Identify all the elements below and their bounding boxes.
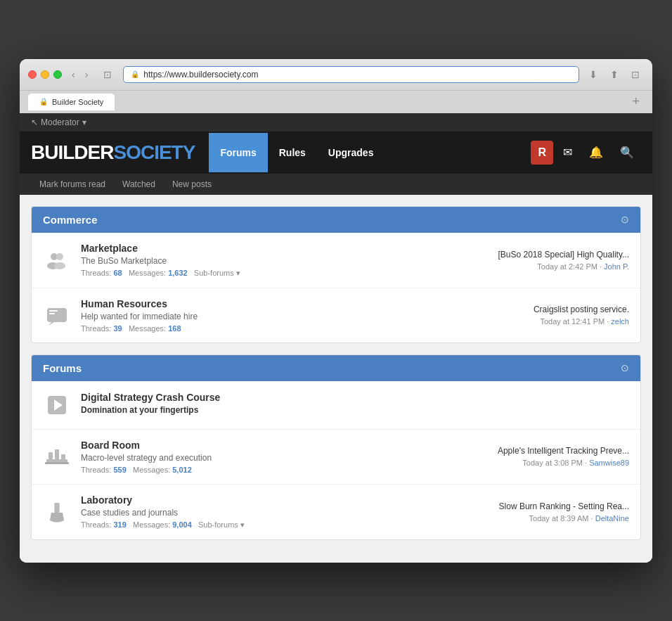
svg-rect-11 — [49, 452, 53, 459]
nav-links: Forums Rules Upgrades — [209, 133, 531, 172]
marketplace-desc: The BuSo Marketplace — [81, 256, 479, 266]
laboratory-name[interactable]: Laboratory — [81, 494, 479, 506]
marketplace-subforums[interactable]: Sub-forums ▾ — [194, 269, 240, 277]
marketplace-info: Marketplace The BuSo Marketplace Threads… — [81, 243, 479, 278]
board-room-messages: 5,012 — [172, 466, 192, 474]
sub-nav: Mark forums read Watched New posts — [20, 174, 652, 195]
marketplace-latest: [BuSo 2018 Special] High Quality... Toda… — [489, 250, 629, 271]
bell-icon: 🔔 — [589, 146, 603, 159]
logo: BUILDERSOCIETY — [31, 141, 195, 163]
download-button[interactable]: ⬇ — [585, 68, 602, 82]
svg-rect-6 — [49, 313, 55, 314]
human-resources-info: Human Resources Help wanted for immediat… — [81, 298, 479, 333]
laboratory-stats: Threads: 319 Messages: 9,004 Sub-forums … — [81, 520, 479, 530]
watched-link[interactable]: Watched — [114, 174, 164, 195]
laboratory-desc: Case studies and journals — [81, 508, 479, 518]
dscc-name[interactable]: Digital Strategy Crash Course — [81, 392, 479, 403]
back-button[interactable]: ‹ — [67, 68, 79, 82]
site-logo[interactable]: BUILDERSOCIETY — [31, 132, 195, 174]
url-bar[interactable]: 🔒 https://www.buildersociety.com — [123, 66, 579, 83]
human-resources-threads: 39 — [113, 324, 122, 333]
nav-forums[interactable]: Forums — [209, 133, 267, 172]
moderator-dropdown-icon: ▾ — [82, 117, 86, 127]
new-tab-button[interactable]: + — [628, 93, 644, 110]
r-icon: R — [538, 146, 546, 159]
nav-rules[interactable]: Rules — [268, 133, 317, 172]
board-room-info: Board Room Macro-level strategy and exec… — [81, 440, 479, 474]
tab-title: Builder Society — [52, 98, 103, 106]
laboratory-row: Laboratory Case studies and journals Thr… — [32, 485, 640, 539]
svg-rect-10 — [46, 459, 67, 462]
laboratory-latest-author[interactable]: DeltaNine — [595, 514, 629, 523]
moderator-arrow-icon: ↖ — [31, 117, 38, 127]
commerce-section: Commerce ⊙ Marketplace — [31, 206, 641, 343]
forums-section-header: Forums ⊙ — [32, 355, 640, 381]
marketplace-latest-author[interactable]: John P. — [604, 262, 629, 271]
marketplace-messages: 1,632 — [168, 269, 188, 277]
minimize-button[interactable] — [41, 70, 49, 79]
moderator-link[interactable]: ↖ Moderator ▾ — [31, 117, 86, 127]
laboratory-latest-meta: Today at 8:39 AM · DeltaNine — [489, 514, 629, 523]
laboratory-info: Laboratory Case studies and journals Thr… — [81, 494, 479, 530]
human-resources-desc: Help wanted for immediate hire — [81, 312, 479, 321]
mark-forums-read-link[interactable]: Mark forums read — [31, 174, 114, 195]
human-resources-row: Human Resources Help wanted for immediat… — [32, 288, 640, 342]
dscc-info: Digital Strategy Crash Course Domination… — [81, 392, 479, 418]
board-room-row: Board Room Macro-level strategy and exec… — [32, 430, 640, 485]
board-room-latest-title[interactable]: Apple's Intelligent Tracking Preve... — [489, 446, 629, 456]
marketplace-threads: 68 — [113, 269, 122, 277]
forums-toggle[interactable]: ⊙ — [621, 362, 629, 373]
laboratory-latest-title[interactable]: Slow Burn Ranking - Setting Rea... — [489, 501, 629, 511]
browser-window: ‹ › ⊡ 🔒 https://www.buildersociety.com ⬇… — [20, 59, 652, 563]
laboratory-messages: 9,004 — [172, 520, 192, 529]
marketplace-name[interactable]: Marketplace — [81, 243, 479, 254]
laboratory-subforums[interactable]: Sub-forums ▾ — [198, 520, 245, 529]
maximize-button[interactable] — [53, 70, 62, 79]
laboratory-threads: 319 — [113, 520, 126, 529]
svg-rect-14 — [45, 462, 69, 464]
view-tab-button[interactable]: ⊡ — [98, 68, 117, 82]
close-button[interactable] — [28, 70, 37, 79]
logo-builder: BUILDER — [31, 141, 113, 163]
dscc-row: Digital Strategy Crash Course Domination… — [32, 381, 640, 430]
board-room-latest: Apple's Intelligent Tracking Preve... To… — [489, 446, 629, 467]
board-room-name[interactable]: Board Room — [81, 440, 479, 451]
commerce-section-header: Commerce ⊙ — [32, 207, 640, 233]
logo-society: SOCIETY — [113, 141, 195, 163]
tab-site-icon: 🔒 — [39, 98, 48, 105]
browser-titlebar: ‹ › ⊡ 🔒 https://www.buildersociety.com ⬇… — [20, 59, 652, 91]
board-room-icon — [43, 442, 71, 470]
nav-icons: R ✉ 🔔 🔍 — [531, 140, 641, 165]
notifications-button[interactable]: 🔔 — [582, 140, 610, 165]
traffic-lights — [28, 70, 62, 79]
lock-icon: 🔒 — [131, 70, 139, 78]
human-resources-icon — [43, 301, 71, 329]
browser-tab[interactable]: 🔒 Builder Society — [28, 94, 115, 110]
marketplace-stats: Threads: 68 Messages: 1,632 Sub-forums ▾ — [81, 269, 479, 278]
forums-section: Forums ⊙ Digital Strategy Crash Course D… — [31, 354, 641, 540]
browser-actions: ⬇ ⬆ ⊡ — [585, 68, 644, 82]
nav-upgrades[interactable]: Upgrades — [317, 133, 385, 172]
human-resources-latest-title[interactable]: Craigslist posting service. — [489, 305, 629, 314]
commerce-toggle[interactable]: ⊙ — [621, 214, 629, 225]
nav-buttons: ‹ › — [67, 68, 92, 82]
site-content: ↖ Moderator ▾ BUILDERSOCIETY Forums Rule… — [20, 113, 652, 563]
fullscreen-button[interactable]: ⊡ — [627, 68, 644, 82]
laboratory-icon — [43, 498, 71, 526]
messages-button[interactable]: ✉ — [556, 140, 579, 165]
forward-button[interactable]: › — [81, 68, 93, 82]
share-button[interactable]: ⬆ — [606, 68, 623, 82]
svg-marker-7 — [49, 322, 54, 326]
new-posts-link[interactable]: New posts — [164, 174, 220, 195]
search-button[interactable]: 🔍 — [613, 140, 641, 165]
url-text: https://www.buildersociety.com — [143, 70, 258, 79]
r-icon-button[interactable]: R — [531, 141, 553, 165]
dscc-icon — [43, 391, 71, 419]
marketplace-latest-title[interactable]: [BuSo 2018 Special] High Quality... — [489, 250, 629, 260]
human-resources-name[interactable]: Human Resources — [81, 298, 479, 309]
board-room-desc: Macro-level strategy and execution — [81, 453, 479, 463]
human-resources-latest-author[interactable]: zelch — [611, 317, 629, 326]
tab-bar: 🔒 Builder Society + — [20, 91, 652, 113]
svg-rect-13 — [61, 454, 65, 459]
board-room-latest-author[interactable]: Samwise89 — [589, 459, 629, 467]
